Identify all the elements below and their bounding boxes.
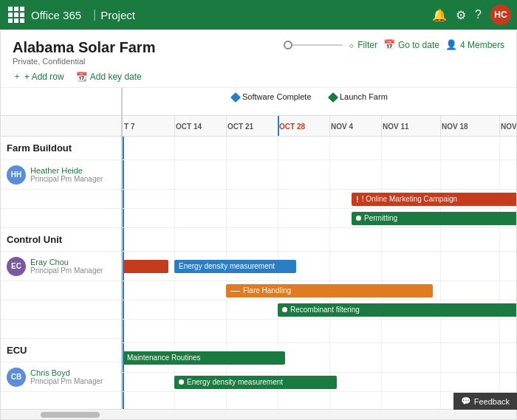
waffle-menu[interactable] [6, 4, 27, 25]
tl-oct14: OCT 14 [176, 122, 202, 130]
today-line-g1 [123, 137, 124, 159]
tl-oct28: OCT 28 [279, 122, 305, 130]
slider-track [284, 44, 343, 46]
today-line-header [278, 116, 279, 136]
plus-icon: ＋ [13, 70, 21, 83]
project-subtitle: Private, Confidential [13, 57, 155, 66]
tl-nov25: NOV 25 [501, 122, 516, 130]
scroll-thumb[interactable] [41, 412, 100, 418]
add-row-button[interactable]: ＋ + Add row [13, 70, 64, 83]
avatar-chris: CB [7, 368, 26, 387]
today-line-g4 [123, 209, 124, 227]
bar-energy-density-control[interactable]: Energy density measurement [174, 260, 296, 273]
gantt-wrapper: Farm Buildout HH Heather Heide Principal… [1, 88, 516, 409]
milestone-diamond-blue [230, 92, 241, 103]
right-panel[interactable]: Software Complete Launch Farm T 7 OCT 14… [123, 88, 516, 409]
topbar-separator: | [93, 8, 96, 21]
gantt-ecu-manager: Maintenance Routines [123, 343, 516, 373]
bar-permitting[interactable]: Permitting [352, 212, 516, 225]
left-row-5 [1, 320, 121, 339]
gantt-control-manager: Energy density measurement [123, 252, 516, 281]
milestone-software-complete: Software Complete [232, 91, 312, 101]
gantt-row-online-marketing: ! ! Online Marketing Campaign [123, 190, 516, 209]
people-icon: 👤 [445, 39, 457, 50]
group-header-farm-buildout: Farm Buildout [1, 137, 121, 160]
left-panel-body: Farm Buildout HH Heather Heide Principal… [1, 137, 121, 409]
gantt-farm-buildout-header [123, 137, 516, 160]
calendar-icon: 📅 [383, 39, 395, 50]
user-avatar[interactable]: HC [490, 4, 511, 25]
today-line-g9 [123, 320, 124, 342]
today-line-g12 [123, 392, 124, 409]
left-panel: Farm Buildout HH Heather Heide Principal… [1, 88, 123, 409]
today-line-g6 [123, 252, 124, 280]
today-line-g11 [123, 373, 124, 391]
avatar-eray: EC [7, 257, 26, 276]
filter-button[interactable]: ⬦ Filter [349, 39, 377, 50]
go-to-date-button[interactable]: 📅 Go to date [383, 39, 439, 50]
milestone-diamond-green [328, 92, 338, 103]
today-line-g10 [123, 343, 124, 372]
tl-t7: T 7 [124, 122, 134, 130]
left-col-header [1, 116, 121, 137]
milestone-launch-farm: Launch Farm [329, 91, 388, 101]
milestones-area: Software Complete Launch Farm [123, 88, 516, 116]
bar-online-marketing[interactable]: ! ! Online Marketing Campaign [352, 193, 516, 206]
bar-recombinant[interactable]: Recombinant filtering [278, 303, 516, 317]
group-header-ecu: ECU [1, 339, 121, 362]
milestone-left-stub [1, 88, 121, 116]
today-line-g3 [123, 190, 124, 208]
milestone-label-software: Software Complete [242, 92, 312, 101]
bar-flare-handling[interactable]: — Flare Handling [226, 284, 433, 297]
project-container: Alabama Solar Farm Private, Confidential… [0, 30, 517, 420]
calendar-plus-icon: 📆 [76, 72, 87, 82]
today-line-g7 [123, 281, 124, 300]
today-line-g2 [123, 160, 124, 189]
bell-icon[interactable]: 🔔 [432, 8, 447, 22]
add-key-date-button[interactable]: 📆 Add key date [76, 72, 142, 82]
feedback-icon: 💬 [461, 396, 471, 406]
left-row-1 [1, 190, 121, 209]
bar-maintenance[interactable]: Maintenance Routines [123, 351, 285, 365]
topbar-icons: 🔔 ⚙ ? HC [432, 4, 511, 25]
gantt-control-unit-header [123, 228, 516, 252]
header-actions: ⬦ Filter 📅 Go to date 👤 4 Members [284, 39, 504, 50]
gantt-row-recombinant: Recombinant filtering [123, 300, 516, 320]
bar-ecu-energy[interactable]: Energy density measurement [174, 376, 337, 389]
gear-icon[interactable]: ⚙ [456, 8, 466, 22]
project-header: Alabama Solar Farm Private, Confidential… [1, 30, 516, 88]
timeline-header: T 7 OCT 14 OCT 21 OCT 28 NOV 4 NOV 11 NO… [123, 116, 516, 137]
left-row-2 [1, 209, 121, 228]
left-row-4 [1, 300, 121, 320]
gantt-farm-manager [123, 160, 516, 190]
group-manager-control-unit: EC Eray Chou Principal Pm Manager [1, 252, 121, 281]
gantt-row-permitting: Permitting [123, 209, 516, 228]
members-button[interactable]: 👤 4 Members [445, 39, 504, 50]
gantt-scroll: Software Complete Launch Farm T 7 OCT 14… [123, 88, 516, 409]
tl-nov11: NOV 11 [383, 122, 409, 130]
gantt-body: ! ! Online Marketing Campaign Pe [123, 137, 516, 409]
project-title: Alabama Solar Farm [13, 39, 155, 56]
gantt-row-ecu-energy: Energy density measurement [123, 373, 516, 392]
left-row-6 [1, 392, 121, 409]
group-manager-farm-buildout: HH Heather Heide Principal Pm Manager [1, 160, 121, 190]
milestone-label-launch: Launch Farm [340, 92, 388, 101]
bar-control-red-stub[interactable] [123, 260, 168, 273]
zoom-slider[interactable] [284, 44, 343, 46]
filter-icon: ⬦ [349, 39, 355, 50]
tl-oct21: OCT 21 [227, 122, 253, 130]
group-header-control-unit: Control Unit [1, 228, 121, 252]
help-icon[interactable]: ? [475, 8, 482, 21]
toolbar: ＋ + Add row 📆 Add key date [13, 66, 504, 87]
bottom-scrollbar[interactable] [1, 409, 516, 419]
today-line-g5 [123, 228, 124, 251]
avatar-heather: HH [7, 165, 26, 185]
app-label: Office 365 [31, 9, 81, 21]
gantt-ecu-header [123, 320, 516, 343]
topbar: Office 365 | Project 🔔 ⚙ ? HC [0, 0, 517, 30]
feedback-button[interactable]: 💬 Feedback [453, 393, 517, 410]
today-line-g8 [123, 300, 124, 319]
slider-thumb [284, 41, 292, 49]
tl-nov18: NOV 18 [442, 122, 468, 130]
gantt-row-flare: — Flare Handling [123, 281, 516, 300]
